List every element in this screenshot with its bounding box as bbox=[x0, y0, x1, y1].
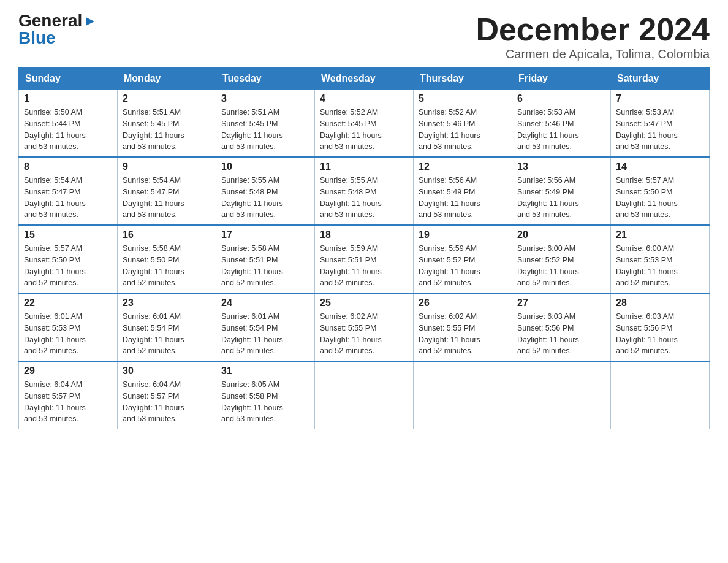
day-info: Sunrise: 6:01 AM Sunset: 5:53 PM Dayligh… bbox=[24, 311, 112, 357]
day-number: 31 bbox=[221, 366, 309, 377]
day-number: 27 bbox=[517, 297, 605, 308]
day-number: 24 bbox=[221, 297, 309, 308]
day-number: 2 bbox=[123, 93, 211, 104]
calendar-cell: 7 Sunrise: 5:53 AM Sunset: 5:47 PM Dayli… bbox=[611, 90, 710, 158]
calendar-cell bbox=[512, 361, 611, 429]
day-number: 25 bbox=[320, 297, 408, 308]
day-number: 10 bbox=[221, 161, 309, 172]
col-header-thursday: Thursday bbox=[414, 68, 512, 90]
day-info: Sunrise: 6:04 AM Sunset: 5:57 PM Dayligh… bbox=[24, 379, 112, 425]
day-info: Sunrise: 5:54 AM Sunset: 5:47 PM Dayligh… bbox=[123, 175, 211, 221]
calendar-cell bbox=[611, 361, 710, 429]
day-info: Sunrise: 5:54 AM Sunset: 5:47 PM Dayligh… bbox=[24, 175, 112, 221]
day-number: 17 bbox=[221, 229, 309, 240]
calendar-week-row: 8 Sunrise: 5:54 AM Sunset: 5:47 PM Dayli… bbox=[19, 157, 710, 225]
day-number: 18 bbox=[320, 229, 408, 240]
calendar-cell: 19 Sunrise: 5:59 AM Sunset: 5:52 PM Dayl… bbox=[414, 225, 512, 293]
calendar-cell: 17 Sunrise: 5:58 AM Sunset: 5:51 PM Dayl… bbox=[216, 225, 315, 293]
day-number: 26 bbox=[419, 297, 507, 308]
day-number: 11 bbox=[320, 161, 408, 172]
day-info: Sunrise: 5:52 AM Sunset: 5:46 PM Dayligh… bbox=[419, 107, 507, 153]
day-number: 7 bbox=[616, 93, 704, 104]
calendar-cell bbox=[414, 361, 512, 429]
logo-blue-text: Blue bbox=[18, 29, 56, 47]
calendar-cell bbox=[315, 361, 414, 429]
day-info: Sunrise: 6:02 AM Sunset: 5:55 PM Dayligh… bbox=[320, 311, 408, 357]
svg-marker-0 bbox=[86, 17, 94, 26]
col-header-friday: Friday bbox=[512, 68, 611, 90]
day-info: Sunrise: 6:05 AM Sunset: 5:58 PM Dayligh… bbox=[221, 379, 309, 425]
day-info: Sunrise: 6:00 AM Sunset: 5:53 PM Dayligh… bbox=[616, 243, 704, 289]
day-number: 15 bbox=[24, 229, 112, 240]
calendar-week-row: 29 Sunrise: 6:04 AM Sunset: 5:57 PM Dayl… bbox=[19, 361, 710, 429]
day-info: Sunrise: 5:58 AM Sunset: 5:51 PM Dayligh… bbox=[221, 243, 309, 289]
logo: General Blue bbox=[18, 12, 97, 47]
calendar-cell: 10 Sunrise: 5:55 AM Sunset: 5:48 PM Dayl… bbox=[216, 157, 315, 225]
day-info: Sunrise: 5:53 AM Sunset: 5:47 PM Dayligh… bbox=[616, 107, 704, 153]
day-info: Sunrise: 5:55 AM Sunset: 5:48 PM Dayligh… bbox=[320, 175, 408, 221]
day-info: Sunrise: 6:04 AM Sunset: 5:57 PM Dayligh… bbox=[123, 379, 211, 425]
calendar-cell: 23 Sunrise: 6:01 AM Sunset: 5:54 PM Dayl… bbox=[118, 293, 216, 361]
day-number: 16 bbox=[123, 229, 211, 240]
calendar-cell: 20 Sunrise: 6:00 AM Sunset: 5:52 PM Dayl… bbox=[512, 225, 611, 293]
day-number: 29 bbox=[24, 366, 112, 377]
day-number: 23 bbox=[123, 297, 211, 308]
calendar-cell: 15 Sunrise: 5:57 AM Sunset: 5:50 PM Dayl… bbox=[19, 225, 118, 293]
calendar-cell: 24 Sunrise: 6:01 AM Sunset: 5:54 PM Dayl… bbox=[216, 293, 315, 361]
calendar-cell: 27 Sunrise: 6:03 AM Sunset: 5:56 PM Dayl… bbox=[512, 293, 611, 361]
day-number: 9 bbox=[123, 161, 211, 172]
calendar-cell: 1 Sunrise: 5:50 AM Sunset: 5:44 PM Dayli… bbox=[19, 90, 118, 158]
calendar-table: SundayMondayTuesdayWednesdayThursdayFrid… bbox=[18, 67, 710, 429]
day-info: Sunrise: 5:55 AM Sunset: 5:48 PM Dayligh… bbox=[221, 175, 309, 221]
day-number: 30 bbox=[123, 366, 211, 377]
day-info: Sunrise: 6:01 AM Sunset: 5:54 PM Dayligh… bbox=[221, 311, 309, 357]
page-header: General Blue December 2024 Carmen de Api… bbox=[18, 12, 710, 61]
title-block: December 2024 Carmen de Apicala, Tolima,… bbox=[476, 12, 710, 61]
day-info: Sunrise: 6:03 AM Sunset: 5:56 PM Dayligh… bbox=[616, 311, 704, 357]
calendar-cell: 29 Sunrise: 6:04 AM Sunset: 5:57 PM Dayl… bbox=[19, 361, 118, 429]
day-number: 4 bbox=[320, 93, 408, 104]
calendar-header-row: SundayMondayTuesdayWednesdayThursdayFrid… bbox=[19, 68, 710, 90]
col-header-sunday: Sunday bbox=[19, 68, 118, 90]
calendar-cell: 12 Sunrise: 5:56 AM Sunset: 5:49 PM Dayl… bbox=[414, 157, 512, 225]
col-header-tuesday: Tuesday bbox=[216, 68, 315, 90]
calendar-cell: 16 Sunrise: 5:58 AM Sunset: 5:50 PM Dayl… bbox=[118, 225, 216, 293]
day-number: 19 bbox=[419, 229, 507, 240]
calendar-cell: 26 Sunrise: 6:02 AM Sunset: 5:55 PM Dayl… bbox=[414, 293, 512, 361]
calendar-cell: 6 Sunrise: 5:53 AM Sunset: 5:46 PM Dayli… bbox=[512, 90, 611, 158]
calendar-week-row: 15 Sunrise: 5:57 AM Sunset: 5:50 PM Dayl… bbox=[19, 225, 710, 293]
day-info: Sunrise: 5:57 AM Sunset: 5:50 PM Dayligh… bbox=[616, 175, 704, 221]
day-info: Sunrise: 5:51 AM Sunset: 5:45 PM Dayligh… bbox=[123, 107, 211, 153]
calendar-cell: 2 Sunrise: 5:51 AM Sunset: 5:45 PM Dayli… bbox=[118, 90, 216, 158]
calendar-cell: 22 Sunrise: 6:01 AM Sunset: 5:53 PM Dayl… bbox=[19, 293, 118, 361]
day-number: 8 bbox=[24, 161, 112, 172]
day-info: Sunrise: 5:52 AM Sunset: 5:45 PM Dayligh… bbox=[320, 107, 408, 153]
calendar-cell: 28 Sunrise: 6:03 AM Sunset: 5:56 PM Dayl… bbox=[611, 293, 710, 361]
calendar-cell: 31 Sunrise: 6:05 AM Sunset: 5:58 PM Dayl… bbox=[216, 361, 315, 429]
day-info: Sunrise: 5:56 AM Sunset: 5:49 PM Dayligh… bbox=[419, 175, 507, 221]
logo-general-text: General bbox=[18, 12, 82, 29]
day-number: 14 bbox=[616, 161, 704, 172]
logo-arrow-icon bbox=[83, 15, 97, 28]
location-text: Carmen de Apicala, Tolima, Colombia bbox=[476, 47, 710, 61]
day-info: Sunrise: 5:56 AM Sunset: 5:49 PM Dayligh… bbox=[517, 175, 605, 221]
day-number: 13 bbox=[517, 161, 605, 172]
day-info: Sunrise: 5:53 AM Sunset: 5:46 PM Dayligh… bbox=[517, 107, 605, 153]
day-info: Sunrise: 6:02 AM Sunset: 5:55 PM Dayligh… bbox=[419, 311, 507, 357]
calendar-cell: 18 Sunrise: 5:59 AM Sunset: 5:51 PM Dayl… bbox=[315, 225, 414, 293]
calendar-cell: 30 Sunrise: 6:04 AM Sunset: 5:57 PM Dayl… bbox=[118, 361, 216, 429]
calendar-cell: 25 Sunrise: 6:02 AM Sunset: 5:55 PM Dayl… bbox=[315, 293, 414, 361]
calendar-cell: 8 Sunrise: 5:54 AM Sunset: 5:47 PM Dayli… bbox=[19, 157, 118, 225]
calendar-cell: 5 Sunrise: 5:52 AM Sunset: 5:46 PM Dayli… bbox=[414, 90, 512, 158]
day-number: 20 bbox=[517, 229, 605, 240]
day-info: Sunrise: 5:50 AM Sunset: 5:44 PM Dayligh… bbox=[24, 107, 112, 153]
calendar-cell: 11 Sunrise: 5:55 AM Sunset: 5:48 PM Dayl… bbox=[315, 157, 414, 225]
col-header-saturday: Saturday bbox=[611, 68, 710, 90]
day-info: Sunrise: 5:57 AM Sunset: 5:50 PM Dayligh… bbox=[24, 243, 112, 289]
day-number: 22 bbox=[24, 297, 112, 308]
day-info: Sunrise: 6:00 AM Sunset: 5:52 PM Dayligh… bbox=[517, 243, 605, 289]
calendar-week-row: 1 Sunrise: 5:50 AM Sunset: 5:44 PM Dayli… bbox=[19, 90, 710, 158]
day-number: 3 bbox=[221, 93, 309, 104]
col-header-monday: Monday bbox=[118, 68, 216, 90]
day-number: 6 bbox=[517, 93, 605, 104]
